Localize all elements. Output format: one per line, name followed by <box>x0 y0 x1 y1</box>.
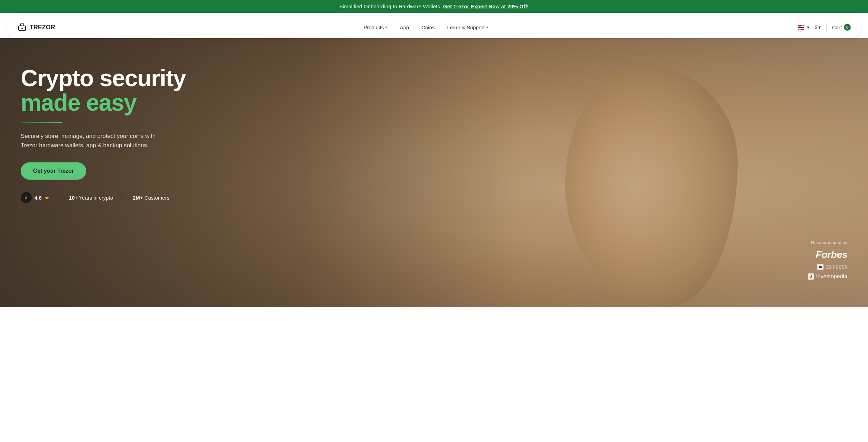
svg-point-1 <box>21 28 23 29</box>
recommended-section: Recommended by Forbes ⊞ coindesk ↺ Inves… <box>808 240 847 280</box>
flag-selector[interactable]: 🇹🇭 ▾ <box>797 23 809 32</box>
hero-subtitle: Securely store, manage, and protect your… <box>21 131 172 150</box>
navbar: TREZOR Products ▾ App Coins Learn & Supp… <box>7 16 861 38</box>
chevron-down-icon-2: ▾ <box>486 25 488 30</box>
hero-title: Crypto security made easy <box>21 66 193 115</box>
hero-title-line1: Crypto security <box>21 65 186 91</box>
chevron-down-icon: ▾ <box>385 25 387 30</box>
investopedia-icon: ↺ <box>808 273 814 280</box>
cart-button[interactable]: Cart 0 <box>832 24 851 31</box>
banner-text: Simplified Onboarding to Hardware Wallet… <box>339 3 442 9</box>
coindesk-icon: ⊞ <box>817 264 824 270</box>
currency-selector[interactable]: $ ▾ <box>815 24 821 30</box>
nav-right: 🇹🇭 ▾ $ ▾ Cart 0 <box>797 23 851 32</box>
cart-count: 0 <box>844 24 851 31</box>
recommended-logos: Forbes ⊞ coindesk ↺ Investopedia <box>808 249 847 280</box>
years-label: Years in crypto <box>79 195 113 201</box>
logo-text: TREZOR <box>30 24 55 31</box>
hero-section: Crypto security made easy Securely store… <box>0 38 868 307</box>
amazon-icon: a <box>21 192 32 203</box>
customers-num: 2M+ <box>133 195 143 201</box>
flag-icon: 🇹🇭 <box>797 23 806 32</box>
nav-coins[interactable]: Coins <box>421 24 435 30</box>
currency-chevron-icon: ▾ <box>818 24 821 30</box>
flag-emoji: 🇹🇭 <box>798 24 805 31</box>
hero-content: Crypto security made easy Securely store… <box>0 38 214 231</box>
years-stat: 10+ Years in crypto <box>69 195 113 201</box>
nav-app-label: App <box>400 24 409 30</box>
forbes-logo: Forbes <box>816 249 847 260</box>
coindesk-logo: ⊞ coindesk <box>817 264 847 270</box>
star-icon: ★ <box>44 194 49 201</box>
hero-cta-button[interactable]: Get your Trezor <box>21 162 86 180</box>
currency-symbol: $ <box>815 24 818 30</box>
nav-products[interactable]: Products ▾ <box>363 24 387 30</box>
nav-learn-support-label: Learn & Support <box>447 24 485 30</box>
recommended-label: Recommended by <box>808 240 847 245</box>
hero-stats: a 4.6 ★ 10+ Years in crypto 2M+ Customer… <box>21 192 193 203</box>
rating-value: 4.6 <box>34 195 42 201</box>
nav-products-label: Products <box>363 24 384 30</box>
banner-cta[interactable]: Get Trezor Expert Now at 20% Off! <box>443 3 529 9</box>
amazon-rating: a 4.6 ★ <box>21 192 49 203</box>
nav-app[interactable]: App <box>400 24 409 30</box>
stat-divider-2 <box>123 193 123 202</box>
nav-coins-label: Coins <box>421 24 435 30</box>
coindesk-text: coindesk <box>826 264 847 270</box>
top-banner: Simplified Onboarding to Hardware Wallet… <box>0 0 868 13</box>
investopedia-text: Investopedia <box>816 273 847 280</box>
logo[interactable]: TREZOR <box>17 22 55 32</box>
customers-stat: 2M+ Customers <box>133 195 169 201</box>
flag-chevron-icon: ▾ <box>807 24 809 30</box>
stat-divider-1 <box>59 193 59 202</box>
nav-center: Products ▾ App Coins Learn & Support ▾ <box>363 24 488 30</box>
years-num: 10+ <box>69 195 78 201</box>
nav-learn-support[interactable]: Learn & Support ▾ <box>447 24 488 30</box>
investopedia-logo: ↺ Investopedia <box>808 273 847 280</box>
cart-label: Cart <box>832 24 842 30</box>
trezor-logo-icon <box>17 22 27 32</box>
hero-divider <box>21 122 62 123</box>
customers-label: Customers <box>144 195 170 201</box>
nav-divider <box>826 23 827 31</box>
hero-title-line2: made easy <box>21 89 137 115</box>
